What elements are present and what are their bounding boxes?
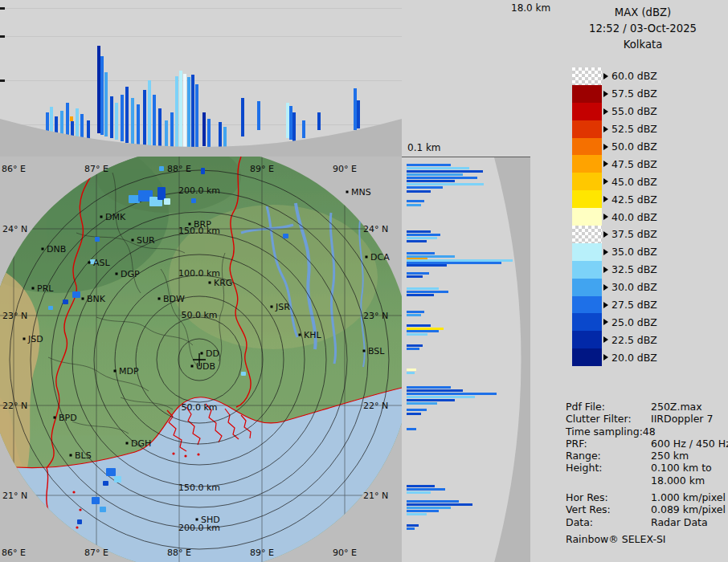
scan-area	[0, 157, 402, 562]
metadata-label: Hor Res:	[566, 491, 651, 503]
legend-entry: 52.5 dBZ	[572, 120, 657, 138]
legend-swatch	[572, 67, 602, 85]
legend-entry-label: 52.5 dBZ	[611, 123, 657, 135]
legend-swatch	[572, 208, 602, 226]
station-label: KRG	[214, 278, 232, 288]
radar-echo	[159, 166, 164, 171]
radar-echo	[114, 476, 121, 483]
station-label: DMK	[105, 212, 126, 222]
legend-swatch	[572, 348, 602, 366]
legend-tick-arrow-icon	[603, 161, 608, 167]
legend-swatch	[572, 173, 602, 190]
metadata-value: 0.089 km/pixel	[651, 503, 726, 515]
station-dot	[196, 519, 198, 521]
radar-echo	[63, 299, 68, 304]
radar-echo	[72, 291, 80, 298]
station-dot	[132, 239, 134, 242]
legend-swatch	[572, 103, 602, 120]
legend-entry-label: 20.0 dBZ	[611, 352, 657, 364]
radar-map: 86° E87° E88° E89° E90° E86° E87° E88° E…	[0, 157, 402, 562]
station-dot	[126, 442, 129, 445]
legend-swatch	[572, 331, 602, 348]
radar-echo	[48, 306, 53, 310]
station-dot	[201, 352, 203, 355]
station-dot	[363, 350, 366, 352]
longitude-label: 88° E	[167, 164, 191, 174]
longitude-label: 90° E	[333, 164, 357, 174]
legend-entry-label: 60.0 dBZ	[611, 70, 657, 82]
legend-entry-label: 42.5 dBZ	[611, 193, 657, 206]
metadata-label: Pdf File:	[566, 401, 651, 413]
longitude-label: 90° E	[333, 548, 357, 558]
station-dot	[42, 248, 44, 250]
legend-tick-arrow-icon	[603, 231, 608, 238]
radar-echo	[129, 195, 140, 203]
legend-entry-label: 57.5 dBZ	[611, 88, 657, 100]
top-height-profile-panel	[0, 0, 402, 157]
station-dot	[54, 417, 56, 419]
radar-echo	[164, 198, 170, 205]
legend-tick-arrow-icon	[603, 284, 608, 291]
legend-tick-arrow-icon	[603, 302, 608, 308]
station-dot	[209, 282, 211, 284]
legend-entry: 20.0 dBZ	[572, 348, 657, 366]
station-label: DD	[206, 348, 219, 359]
longitude-label: 87° E	[84, 548, 108, 558]
range-ring-label: 200.0 km	[178, 185, 220, 196]
legend-entry: 55.0 dBZ	[572, 103, 657, 120]
legend-entry-label: 47.5 dBZ	[611, 158, 657, 170]
station-label: MNS	[351, 187, 371, 198]
station-dot	[191, 365, 194, 368]
metadata-row: Pdf File:250Z.max	[566, 401, 728, 413]
legend-entry: 25.0 dBZ	[572, 313, 657, 331]
radar-map-panel: 86° E87° E88° E89° E90° E86° E87° E88° E…	[0, 157, 402, 562]
legend-tick-arrow-icon	[603, 73, 608, 79]
legend-tick-arrow-icon	[603, 354, 608, 360]
legend-entry: 50.0 dBZ	[572, 138, 657, 156]
station-label: UDB	[196, 361, 215, 372]
longitude-label: 86° E	[2, 164, 26, 174]
station-dot	[82, 298, 84, 300]
legend-entry-label: 37.5 dBZ	[611, 228, 657, 240]
legend-tick-arrow-icon	[603, 108, 608, 115]
legend-swatch	[572, 85, 602, 103]
legend-entry-label: 27.5 dBZ	[611, 299, 657, 311]
legend-entry: 40.0 dBZ	[572, 208, 657, 226]
station-label: BLS	[75, 450, 92, 461]
legend-entry-label: 25.0 dBZ	[611, 316, 657, 328]
legend-tick-arrow-icon	[603, 178, 608, 185]
radar-station-name: Kolkata	[558, 37, 728, 53]
station-label: DGP	[121, 269, 140, 279]
latitude-label: 23° N	[2, 311, 27, 321]
radar-echo	[103, 481, 108, 486]
legend-swatch	[572, 190, 602, 208]
longitude-label: 89° E	[250, 548, 274, 558]
station-dot	[32, 287, 35, 290]
legend-swatch	[572, 296, 602, 314]
station-label: ASL	[93, 258, 111, 268]
metadata-label: Data:	[566, 516, 651, 528]
radar-echo	[77, 519, 82, 524]
legend-entry-label: 55.0 dBZ	[611, 105, 657, 117]
range-ring-label: 150.0 km	[178, 483, 220, 493]
metadata-value: 250 km	[651, 450, 689, 462]
metadata-row: Clutter Filter:IIRDoppler 7	[566, 413, 728, 425]
legend-entry: 35.0 dBZ	[572, 243, 657, 261]
radar-echo	[92, 497, 100, 504]
station-label: DNB	[47, 244, 66, 255]
station-label: JSR	[275, 302, 290, 312]
station-label: MDP	[119, 366, 139, 377]
legend-entry-label: 32.5 dBZ	[611, 263, 657, 275]
legend-entry: 47.5 dBZ	[572, 155, 657, 173]
legend-entry: 22.5 dBZ	[572, 331, 657, 348]
metadata-label: Time sampling:48	[566, 426, 656, 438]
station-dot	[299, 334, 301, 336]
latitude-label: 24° N	[2, 224, 27, 234]
legend-swatch	[572, 120, 602, 138]
legend-swatch	[572, 261, 602, 279]
right-height-profile-panel	[402, 157, 530, 562]
legend-entry: 60.0 dBZ	[572, 67, 657, 85]
station-dot	[346, 191, 349, 193]
product-datetime: 12:52 / 03-Oct-2025	[558, 21, 728, 37]
legend-tick-arrow-icon	[603, 91, 608, 97]
